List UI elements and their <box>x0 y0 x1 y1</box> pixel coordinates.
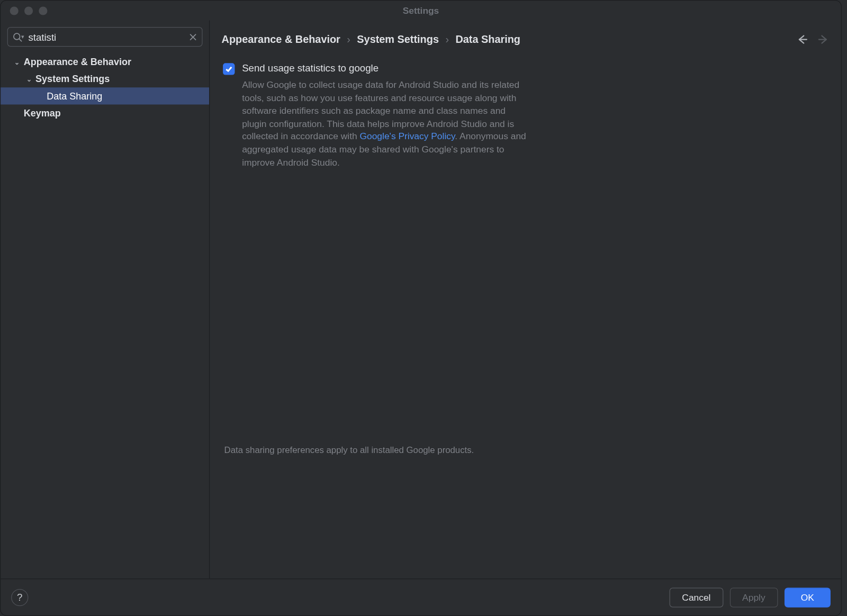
minimize-window-icon[interactable] <box>24 6 33 15</box>
send-usage-stats-checkbox[interactable] <box>223 63 235 75</box>
chevron-down-icon: ⌄ <box>13 58 22 66</box>
sidebar: ▾ ⌄ Appearance & Behavior ⌄ System Setti… <box>1 21 210 579</box>
window-controls[interactable] <box>10 6 48 15</box>
breadcrumb: Appearance & Behavior › System Settings … <box>222 33 797 45</box>
cancel-button[interactable]: Cancel <box>670 587 723 607</box>
help-icon: ? <box>17 592 22 603</box>
footnote-text: Data sharing preferences apply to all in… <box>223 445 828 463</box>
button-label: OK <box>801 592 814 603</box>
breadcrumb-separator-icon: › <box>347 33 350 45</box>
settings-tree: ⌄ Appearance & Behavior ⌄ System Setting… <box>1 52 209 578</box>
button-label: Cancel <box>682 592 710 603</box>
tree-item-data-sharing[interactable]: Data Sharing <box>1 87 209 104</box>
svg-point-0 <box>13 33 20 40</box>
settings-window: Settings ▾ ⌄ Appearance & Be <box>0 0 842 616</box>
back-arrow-icon[interactable] <box>796 33 808 45</box>
forward-arrow-icon <box>817 33 829 45</box>
tree-item-system-settings[interactable]: ⌄ System Settings <box>1 70 209 87</box>
help-button[interactable]: ? <box>11 588 28 605</box>
tree-item-appearance-behavior[interactable]: ⌄ Appearance & Behavior <box>1 53 209 70</box>
apply-button: Apply <box>730 587 778 607</box>
breadcrumb-item[interactable]: Appearance & Behavior <box>222 33 340 45</box>
main-panel: Appearance & Behavior › System Settings … <box>210 21 841 579</box>
tree-item-label: Keymap <box>24 108 61 119</box>
checkbox-label[interactable]: Send usage statistics to google <box>242 62 379 74</box>
tree-item-label: Data Sharing <box>47 90 102 101</box>
chevron-down-icon: ⌄ <box>24 75 33 83</box>
clear-search-icon[interactable] <box>184 33 202 41</box>
ok-button[interactable]: OK <box>785 587 831 607</box>
dialog-footer: ? Cancel Apply OK <box>1 578 841 615</box>
setting-description: Allow Google to collect usage data for A… <box>242 79 531 169</box>
close-window-icon[interactable] <box>10 6 19 15</box>
window-title: Settings <box>403 5 439 16</box>
tree-item-label: Appearance & Behavior <box>24 57 131 67</box>
breadcrumb-item[interactable]: System Settings <box>357 33 439 45</box>
button-label: Apply <box>742 592 765 603</box>
breadcrumb-item-current: Data Sharing <box>455 33 520 45</box>
tree-item-label: System Settings <box>35 74 110 84</box>
search-field[interactable]: ▾ <box>7 27 203 47</box>
privacy-policy-link[interactable]: Google's Privacy Policy <box>359 131 455 142</box>
search-input[interactable] <box>27 31 184 42</box>
titlebar: Settings <box>1 1 841 20</box>
search-options-caret-icon[interactable]: ▾ <box>21 33 24 40</box>
maximize-window-icon[interactable] <box>39 6 47 15</box>
breadcrumb-separator-icon: › <box>445 33 449 45</box>
nav-history <box>796 33 829 45</box>
tree-item-keymap[interactable]: ⌄ Keymap <box>1 105 209 122</box>
